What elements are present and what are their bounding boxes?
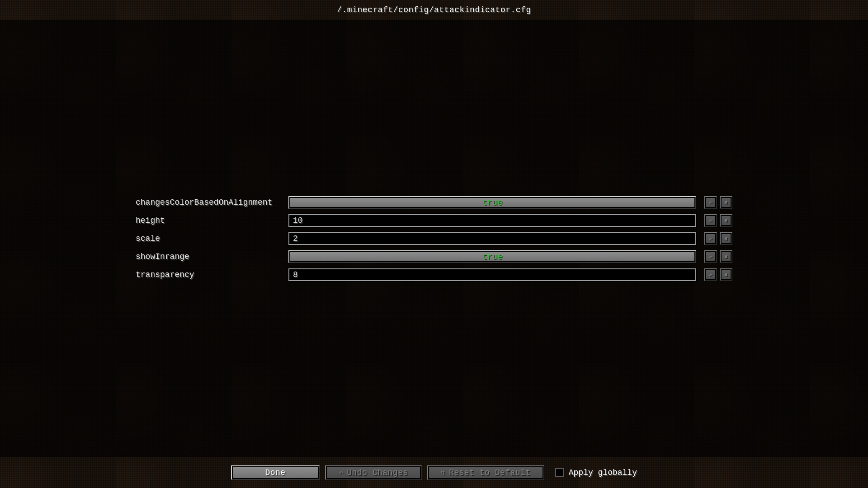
reset-row-button[interactable] [720,214,732,227]
undo-row-button[interactable] [704,250,717,263]
setting-row-scale: scale [136,232,732,245]
reset-icon: ↯ [441,468,445,477]
undo-row-button[interactable] [704,196,717,209]
setting-label: changesColorBasedOnAlignment [136,198,280,207]
title-bar: /.minecraft/config/attackindicator.cfg [0,0,868,20]
apply-globally-label: Apply globally [569,468,637,477]
settings-scroll-area: changesColorBasedOnAlignment true height [0,20,868,457]
setting-row-height: height [136,214,732,227]
reset-icon [723,217,729,224]
undo-row-button[interactable] [704,232,717,245]
undo-icon [708,271,714,279]
reset-to-default-button[interactable]: ↯ Reset to Default [427,465,544,480]
undo-icon [708,235,714,243]
setting-toggle-changesColorBasedOnAlignment[interactable]: true [288,196,696,209]
setting-label: transparency [136,270,280,279]
undo-icon [708,217,714,225]
reset-icon [723,235,729,242]
undo-icon [708,199,714,206]
setting-toggle-showInrange[interactable]: true [288,250,696,263]
undo-icon [708,253,714,261]
reset-icon [723,199,729,206]
setting-input-scale[interactable] [288,232,696,245]
setting-label: scale [136,234,280,243]
setting-input-transparency[interactable] [288,268,696,281]
settings-list: changesColorBasedOnAlignment true height [136,196,732,281]
reset-row-button[interactable] [720,232,732,245]
setting-label: showInrange [136,252,280,261]
reset-row-button[interactable] [720,250,732,263]
undo-changes-button[interactable]: Undo Changes [325,465,422,480]
apply-globally-checkbox[interactable]: Apply globally [555,468,637,477]
setting-row-transparency: transparency [136,268,732,281]
done-button[interactable]: Done [231,465,320,480]
undo-row-button[interactable] [704,214,717,227]
undo-icon [339,468,343,477]
config-path-title: /.minecraft/config/attackindicator.cfg [337,5,531,14]
setting-label: height [136,216,280,225]
setting-input-height[interactable] [288,214,696,227]
undo-changes-label: Undo Changes [347,468,408,477]
reset-row-button[interactable] [720,268,732,281]
setting-row-showInrange: showInrange true [136,250,732,263]
reset-to-default-label: Reset to Default [449,468,531,477]
bottom-bar: Done Undo Changes ↯ Reset to Default App… [0,457,868,488]
checkbox-box [555,468,564,477]
undo-row-button[interactable] [704,268,717,281]
reset-icon [723,253,729,260]
setting-row-changesColorBasedOnAlignment: changesColorBasedOnAlignment true [136,196,732,209]
reset-icon [723,271,729,278]
reset-row-button[interactable] [720,196,732,209]
